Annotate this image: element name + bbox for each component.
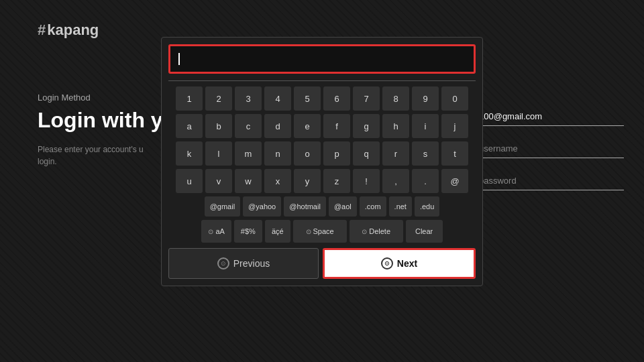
delete-label: Delete <box>369 227 390 235</box>
key-1[interactable]: 1 <box>176 86 203 111</box>
key-k[interactable]: k <box>176 141 203 166</box>
domain-row: @gmail @yahoo @hotmail @aol .com .net .e… <box>168 196 476 217</box>
key-h[interactable]: h <box>382 114 409 138</box>
next-icon: ⊙ <box>381 257 393 269</box>
previous-icon: ⊙ <box>217 257 229 269</box>
special-row: ⊙ aA #$% äçé ⊙ Space ⊙ Delete Clear <box>168 220 476 243</box>
key-7[interactable]: 7 <box>353 86 380 111</box>
key-2[interactable]: 2 <box>205 86 232 111</box>
key-accent[interactable]: äçé <box>265 220 290 243</box>
key-x[interactable]: x <box>264 169 291 193</box>
number-row: 1 2 3 4 5 6 7 8 9 0 <box>168 86 476 111</box>
key-dot-net[interactable]: .net <box>389 196 412 217</box>
left-panel: #kapang Login Method Login with y Please… <box>38 21 163 168</box>
key-b[interactable]: b <box>205 114 232 138</box>
key-8[interactable]: 8 <box>382 86 409 111</box>
login-description: Please enter your account's u login. <box>38 143 158 168</box>
key-u[interactable]: u <box>176 169 203 193</box>
key-q[interactable]: q <box>353 141 380 166</box>
key-at-yahoo[interactable]: @yahoo <box>243 196 281 217</box>
login-with-heading: Login with y <box>38 108 163 133</box>
brand-name: kapang <box>47 21 99 38</box>
key-dot-com[interactable]: .com <box>360 196 386 217</box>
brand-hash: # <box>38 21 46 38</box>
key-n[interactable]: n <box>264 141 291 166</box>
key-5[interactable]: 5 <box>294 86 321 111</box>
previous-button[interactable]: ⊙ Previous <box>168 248 319 279</box>
key-z[interactable]: z <box>323 169 350 193</box>
next-button[interactable]: ⊙ Next <box>323 248 476 279</box>
username-display: username <box>476 139 624 158</box>
key-delete[interactable]: ⊙ Delete <box>350 220 403 243</box>
key-l[interactable]: l <box>205 141 232 166</box>
key-at-aol[interactable]: @aol <box>329 196 357 217</box>
key-0[interactable]: 0 <box>441 86 468 111</box>
key-s[interactable]: s <box>412 141 439 166</box>
key-v[interactable]: v <box>205 169 232 193</box>
key-dot-edu[interactable]: .edu <box>415 196 439 217</box>
key-p[interactable]: p <box>323 141 350 166</box>
letter-row-3: u v w x y z ! , . @ <box>168 169 476 193</box>
email-display: 100@gmail.com <box>476 107 624 126</box>
brand-title: #kapang <box>38 21 163 39</box>
key-at[interactable]: @ <box>441 169 468 193</box>
key-t[interactable]: t <box>441 141 468 166</box>
letter-row-2: k l m n o p q r s t <box>168 141 476 166</box>
key-d[interactable]: d <box>264 114 291 138</box>
keyboard-divider <box>168 80 476 81</box>
case-toggle-label: aA <box>215 227 224 235</box>
key-at-gmail[interactable]: @gmail <box>205 196 240 217</box>
cursor-blink <box>178 53 180 65</box>
key-o[interactable]: o <box>294 141 321 166</box>
key-e[interactable]: e <box>294 114 321 138</box>
key-at-hotmail[interactable]: @hotmail <box>284 196 326 217</box>
previous-label: Previous <box>233 258 270 269</box>
key-f[interactable]: f <box>323 114 350 138</box>
key-period[interactable]: . <box>412 169 439 193</box>
password-display: password <box>476 172 624 190</box>
keyboard-nav: ⊙ Previous ⊙ Next <box>168 248 476 279</box>
keyboard-input-display[interactable] <box>168 44 476 74</box>
key-c[interactable]: c <box>235 114 262 138</box>
key-r[interactable]: r <box>382 141 409 166</box>
key-case-toggle[interactable]: ⊙ aA <box>201 220 231 243</box>
key-exclaim[interactable]: ! <box>353 169 380 193</box>
key-j[interactable]: j <box>441 114 468 138</box>
key-9[interactable]: 9 <box>412 86 439 111</box>
key-symbols[interactable]: #$% <box>234 220 262 243</box>
key-3[interactable]: 3 <box>235 86 262 111</box>
keyboard-panel: 1 2 3 4 5 6 7 8 9 0 a b c d e f g h i j … <box>161 37 483 286</box>
key-comma[interactable]: , <box>382 169 409 193</box>
space-label: Space <box>313 227 334 235</box>
key-clear[interactable]: Clear <box>406 220 443 243</box>
key-space[interactable]: ⊙ Space <box>293 220 347 243</box>
key-a[interactable]: a <box>176 114 203 138</box>
letter-row-1: a b c d e f g h i j <box>168 114 476 138</box>
key-w[interactable]: w <box>235 169 262 193</box>
key-6[interactable]: 6 <box>323 86 350 111</box>
key-i[interactable]: i <box>412 114 439 138</box>
next-label: Next <box>397 258 417 269</box>
login-method-label: Login Method <box>38 93 163 103</box>
key-y[interactable]: y <box>294 169 321 193</box>
key-m[interactable]: m <box>235 141 262 166</box>
key-4[interactable]: 4 <box>264 86 291 111</box>
key-g[interactable]: g <box>353 114 380 138</box>
right-inputs-panel: 100@gmail.com username password <box>476 107 624 204</box>
